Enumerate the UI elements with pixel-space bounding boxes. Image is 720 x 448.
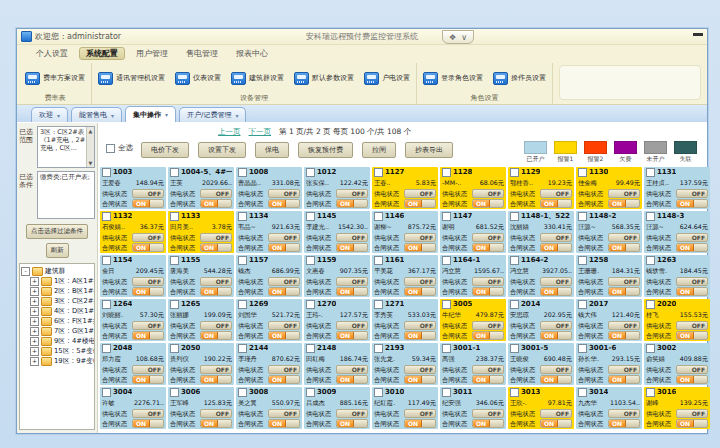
meter-card[interactable]: 3001-1 高强 238.37元 供电状态 OFF 合闸状态 ON <box>440 343 506 385</box>
supply-status-toggle[interactable]: OFF <box>608 409 640 418</box>
switch-status-toggle[interactable]: ON <box>472 243 504 252</box>
switch-status-toggle[interactable]: ON <box>472 375 504 384</box>
switch-status-toggle[interactable]: ON <box>676 419 708 428</box>
meter-card[interactable]: 3016 谢峰 139.25元 供电状态 OFF 合闸状态 ON <box>644 387 710 429</box>
tab-menu-icon[interactable]: ▾ <box>165 111 168 118</box>
supply-status-toggle[interactable]: OFF <box>200 277 232 286</box>
card-checkbox[interactable] <box>374 256 383 265</box>
switch-status-toggle[interactable]: ON <box>200 199 232 208</box>
ribbon-button[interactable]: 费率方案设置 <box>25 72 85 85</box>
switch-status-toggle[interactable]: ON <box>132 419 164 428</box>
selected-range-listbox[interactable]: 3区：C区2#表《1#充电，2#充电，C区… ▲ ▼ <box>37 126 95 168</box>
supply-status-toggle[interactable]: OFF <box>132 233 164 242</box>
switch-status-toggle[interactable]: ON <box>540 331 572 340</box>
supply-status-toggle[interactable]: OFF <box>404 409 436 418</box>
switch-status-toggle[interactable]: ON <box>132 199 164 208</box>
switch-status-toggle[interactable]: ON <box>268 331 300 340</box>
card-checkbox[interactable] <box>306 344 315 353</box>
meter-card[interactable]: 3002 俞笑娟 409.88元 供电状态 OFF 合闸状态 ON <box>644 343 710 385</box>
tree-expander-icon[interactable]: + <box>30 277 39 286</box>
switch-status-toggle[interactable]: ON <box>132 243 164 252</box>
toolbar-button[interactable]: 电价下发 <box>141 142 189 158</box>
switch-status-toggle[interactable]: ON <box>200 331 232 340</box>
meter-card[interactable]: 2014 安思琼 202.95元 供电状态 OFF 合闸状态 ON <box>508 299 574 341</box>
switch-status-toggle[interactable]: ON <box>336 419 368 428</box>
menu-item-3[interactable]: 售电管理 <box>179 47 225 60</box>
meter-card[interactable]: 1148-2 汪源~ 568.35元 供电状态 OFF 合闸状态 ON <box>576 211 642 253</box>
card-checkbox[interactable] <box>170 300 179 309</box>
tree-item[interactable]: + 4区：D区1#井（D区1 <box>21 306 93 316</box>
supply-status-toggle[interactable]: OFF <box>472 409 504 418</box>
ribbon-button[interactable]: 仪表设置 <box>175 72 221 85</box>
card-checkbox[interactable] <box>578 388 587 397</box>
meter-card[interactable]: 1147 谢明 681.52元 供电状态 OFF 合闸状态 ON <box>440 211 506 253</box>
supply-status-toggle[interactable]: OFF <box>200 365 232 374</box>
card-checkbox[interactable] <box>306 388 315 397</box>
toolbar-button[interactable]: 保电 <box>255 142 289 158</box>
switch-status-toggle[interactable]: ON <box>472 199 504 208</box>
selected-condition-box[interactable]: 缴费类;已开户表; <box>37 171 95 219</box>
tree-item[interactable]: + 19区：9#变电站（2# <box>21 356 93 366</box>
ribbon-button[interactable]: 户电设置 <box>364 72 410 85</box>
card-checkbox[interactable] <box>442 388 451 397</box>
next-page-link[interactable]: 下一页 <box>249 127 272 137</box>
switch-status-toggle[interactable]: ON <box>268 375 300 384</box>
card-checkbox[interactable] <box>238 212 247 221</box>
card-checkbox[interactable] <box>374 344 383 353</box>
supply-status-toggle[interactable]: OFF <box>608 233 640 242</box>
switch-status-toggle[interactable]: ON <box>200 287 232 296</box>
tree-expander-icon[interactable]: + <box>30 327 39 336</box>
card-checkbox[interactable] <box>170 344 179 353</box>
meter-card[interactable]: 2193 张先龙. 59.34元 供电状态 OFF 合闸状态 ON <box>372 343 438 385</box>
card-checkbox[interactable] <box>578 344 587 353</box>
meter-card[interactable]: 1161 平美花 367.17元 供电状态 OFF 合闸状态 ON <box>372 255 438 297</box>
meter-card[interactable]: 3011 纪安强 346.06元 供电状态 OFF 合闸状态 ON <box>440 387 506 429</box>
meter-card[interactable]: 2048 郑力霞 108.68元 供电状态 OFF 合闸状态 ON <box>100 343 166 385</box>
meter-card[interactable]: 1004-5、4#一 王英 2029.66.. 供电状态 OFF 合闸状态 ON <box>168 167 234 209</box>
meter-card[interactable]: 1148-1、522 沈丽娟 330.41元 供电状态 OFF 合闸状态 ON <box>508 211 574 253</box>
supply-status-toggle[interactable]: OFF <box>200 409 232 418</box>
switch-status-toggle[interactable]: ON <box>472 419 504 428</box>
meter-card[interactable]: 1270 王玮-. 127.57元 供电状态 OFF 合闸状态 ON <box>304 299 370 341</box>
meter-card[interactable]: 1146 谢柳~ 875.72元 供电状态 OFF 合闸状态 ON <box>372 211 438 253</box>
ribbon-button[interactable]: 默认参数设置 <box>294 72 354 85</box>
supply-status-toggle[interactable]: OFF <box>132 409 164 418</box>
switch-status-toggle[interactable]: ON <box>404 199 436 208</box>
supply-status-toggle[interactable]: OFF <box>132 277 164 286</box>
supply-status-toggle[interactable]: OFF <box>404 277 436 286</box>
card-checkbox[interactable] <box>578 256 587 265</box>
supply-status-toggle[interactable]: OFF <box>336 233 368 242</box>
menu-item-1[interactable]: 系统配置 <box>79 47 125 60</box>
tree-root[interactable]: - 建筑群 <box>21 266 93 276</box>
card-checkbox[interactable] <box>578 212 587 221</box>
meter-card[interactable]: 1263 钱轶雪. 184.45元 供电状态 OFF 合闸状态 ON <box>644 255 710 297</box>
card-checkbox[interactable] <box>510 168 519 177</box>
card-checkbox[interactable] <box>374 388 383 397</box>
scroll-up-icon[interactable]: ▲ <box>89 127 93 135</box>
switch-status-toggle[interactable]: ON <box>676 375 708 384</box>
supply-status-toggle[interactable]: OFF <box>540 277 572 286</box>
meter-card[interactable]: 1164-1 冯立慧 1595.67.. 供电状态 OFF 合闸状态 ON <box>440 255 506 297</box>
switch-status-toggle[interactable]: ON <box>404 419 436 428</box>
switch-status-toggle[interactable]: ON <box>268 243 300 252</box>
tree-expander-icon[interactable]: + <box>30 297 39 306</box>
switch-status-toggle[interactable]: ON <box>608 375 640 384</box>
card-checkbox[interactable] <box>510 212 519 221</box>
switch-status-toggle[interactable]: ON <box>540 375 572 384</box>
supply-status-toggle[interactable]: OFF <box>404 189 436 198</box>
card-checkbox[interactable] <box>102 300 111 309</box>
tab-3[interactable]: 开户/记费管理 ▾ <box>179 107 246 122</box>
supply-status-toggle[interactable]: OFF <box>336 189 368 198</box>
switch-status-toggle[interactable]: ON <box>404 331 436 340</box>
supply-status-toggle[interactable]: OFF <box>472 321 504 330</box>
card-checkbox[interactable] <box>442 168 451 177</box>
meter-card[interactable]: 1129 鄂桂香.. 19.23元 供电状态 OFF 合闸状态 ON <box>508 167 574 209</box>
card-checkbox[interactable] <box>646 212 655 221</box>
tree-expander-icon[interactable]: - <box>21 267 30 276</box>
tab-1[interactable]: 能管售电 ▾ <box>71 107 122 122</box>
select-all-control[interactable]: 全选 <box>106 143 133 153</box>
meter-card[interactable]: 3014 九杰华 1103.54.. 供电状态 OFF 合闸状态 ON <box>576 387 642 429</box>
meter-card[interactable]: 1130 佳金梅 99.49元 供电状态 OFF 合闸状态 ON <box>576 167 642 209</box>
menu-item-4[interactable]: 报表中心 <box>229 47 275 60</box>
switch-status-toggle[interactable]: ON <box>268 419 300 428</box>
